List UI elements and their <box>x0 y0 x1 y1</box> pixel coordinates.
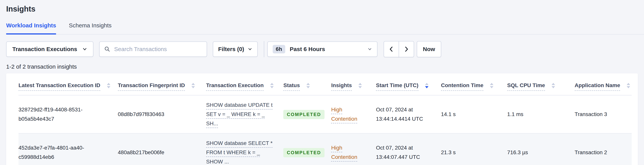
search-icon <box>104 46 110 52</box>
column-header-application-name[interactable]: Application Name <box>575 73 632 95</box>
filters-dropdown[interactable]: Filters (0) <box>213 42 258 57</box>
cell-sql-cpu-time: 1.1 ms <box>507 95 575 133</box>
sort-icon <box>192 83 195 88</box>
column-header-start-time[interactable]: Start Time (UTC) <box>376 73 441 95</box>
cell-application-name: Transaction 2 <box>575 133 632 165</box>
time-range-selector[interactable]: 6h Past 6 Hours <box>267 42 378 57</box>
insights-table-card: Latest Transaction Execution ID Transact… <box>6 73 638 165</box>
sort-icon <box>358 83 362 88</box>
time-range-arrows <box>384 41 414 57</box>
chevron-down-icon <box>248 47 252 52</box>
sort-icon <box>306 83 310 88</box>
column-header-sql-cpu-time[interactable]: SQL CPU Time <box>507 73 575 95</box>
sort-icon <box>552 83 555 88</box>
results-summary: 1-2 of 2 transaction insights <box>6 63 644 70</box>
cell-start-time: Oct 07, 2024 at 13:44:07.447 UTC <box>376 133 441 165</box>
cell-transaction-execution: SHOW database SELECT * FROM t WHERE k = … <box>206 133 283 165</box>
table-row: 452da3e7-e7fa-4801-aa40-c59988d14eb6 480… <box>18 133 632 165</box>
tabs-bar: Workload Insights Schema Insights <box>6 22 644 35</box>
chevron-left-icon <box>388 46 394 52</box>
cell-status: COMPLETED <box>283 133 331 165</box>
sort-icon <box>627 83 630 88</box>
column-header-contention-time[interactable]: Contention Time <box>441 73 507 95</box>
tab-workload-insights[interactable]: Workload Insights <box>6 22 56 35</box>
chevron-down-icon <box>82 47 87 52</box>
transaction-execution-link[interactable]: SHOW database UPDATE t SET v = _ WHERE k… <box>206 102 272 126</box>
high-contention-link[interactable]: High Contention <box>331 145 357 160</box>
cell-insights: High Contention <box>331 133 376 165</box>
column-header-insights[interactable]: Insights <box>331 73 376 95</box>
filters-label: Filters (0) <box>218 46 244 52</box>
toolbar-divider <box>264 41 264 57</box>
cell-contention-time: 14.1 s <box>441 95 507 133</box>
time-range-label: Past 6 Hours <box>290 46 325 52</box>
insights-page: Insights Workload Insights Schema Insigh… <box>0 5 644 165</box>
toolbar: Transaction Executions Filters (0) 6h Pa… <box>6 41 644 57</box>
cell-transaction-execution: SHOW database UPDATE t SET v = _ WHERE k… <box>206 95 283 133</box>
time-range-next-button[interactable] <box>399 41 414 57</box>
transaction-insights-table: Latest Transaction Execution ID Transact… <box>18 73 632 165</box>
page-title: Insights <box>6 5 644 13</box>
column-header-transaction-execution[interactable]: Transaction Execution <box>206 73 283 95</box>
now-button[interactable]: Now <box>417 41 441 57</box>
transaction-execution-link[interactable]: SHOW database SELECT * FROM t WHERE k = … <box>206 140 272 164</box>
column-header-latest-execution-id[interactable]: Latest Transaction Execution ID <box>18 73 118 95</box>
cell-contention-time: 21.3 s <box>441 133 507 165</box>
cell-fingerprint-id: 08d8b7d97f830463 <box>118 95 206 133</box>
column-header-status[interactable]: Status <box>283 73 331 95</box>
cell-start-time: Oct 07, 2024 at 13:44:14.4414 UTC <box>376 95 441 133</box>
search-transactions-box[interactable] <box>99 42 207 57</box>
cell-sql-cpu-time: 716.3 µs <box>507 133 575 165</box>
status-badge: COMPLETED <box>283 148 324 157</box>
transaction-type-label: Transaction Executions <box>12 46 77 52</box>
time-range-prev-button[interactable] <box>384 41 399 57</box>
time-range-badge: 6h <box>273 45 285 53</box>
sort-icon <box>270 83 274 88</box>
transaction-type-dropdown[interactable]: Transaction Executions <box>6 42 94 57</box>
column-header-fingerprint-id[interactable]: Transaction Fingerprint ID <box>118 73 206 95</box>
table-row: 328729d2-ff19-4408-8531-b05a5b4e43c7 08d… <box>18 95 632 133</box>
cell-insights: High Contention <box>331 95 376 133</box>
cell-execution-id: 452da3e7-e7fa-4801-aa40-c59988d14eb6 <box>18 133 118 165</box>
cell-fingerprint-id: 480a8b217be006fe <box>118 133 206 165</box>
now-button-label: Now <box>423 46 435 52</box>
table-header-row: Latest Transaction Execution ID Transact… <box>18 73 632 95</box>
tab-schema-insights[interactable]: Schema Insights <box>69 22 112 34</box>
cell-execution-id: 328729d2-ff19-4408-8531-b05a5b4e43c7 <box>18 95 118 133</box>
chevron-down-icon <box>368 47 372 52</box>
sort-icon-active-desc <box>425 83 428 88</box>
sort-icon <box>490 83 494 88</box>
search-input[interactable] <box>114 46 202 53</box>
cell-status: COMPLETED <box>283 95 331 133</box>
sort-icon <box>107 83 110 88</box>
status-badge: COMPLETED <box>283 110 324 119</box>
high-contention-link[interactable]: High Contention <box>331 107 357 122</box>
cell-application-name: Transaction 3 <box>575 95 632 133</box>
chevron-right-icon <box>404 46 409 52</box>
